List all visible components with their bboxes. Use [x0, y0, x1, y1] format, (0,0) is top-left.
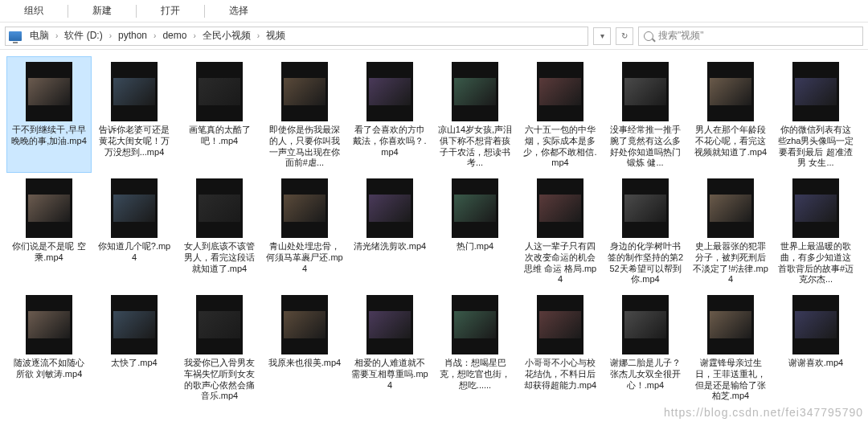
chevron-right-icon: › [191, 31, 197, 40]
file-item[interactable]: 告诉你老婆可还是黄花大闺女呢！万万没想到...mp4 [92, 56, 177, 173]
address-bar: 电脑›软件 (D:)›python›demo›全民小视频›视频 ▾ ↻ 搜索"视… [0, 23, 868, 50]
file-item[interactable]: 热门.mp4 [432, 173, 518, 289]
video-thumbnail [196, 178, 243, 238]
file-name: 你知道几个呢?.mp4 [96, 241, 173, 264]
breadcrumb-segment[interactable]: 视频 [261, 30, 290, 41]
file-item[interactable]: 人这一辈子只有四次改变命运的机会思维 命运 格局.mp4 [518, 173, 603, 289]
file-item[interactable]: 我原来也很美.mp4 [262, 289, 347, 406]
breadcrumb-segment[interactable]: 电脑 [25, 30, 54, 41]
video-thumbnail [281, 62, 328, 121]
file-item[interactable]: 谢谢喜欢.mp4 [773, 289, 858, 406]
refresh-button[interactable]: ↻ [616, 27, 633, 45]
breadcrumb[interactable]: 电脑›软件 (D:)›python›demo›全民小视频›视频 [5, 27, 588, 46]
breadcrumb-segment[interactable]: 全民小视频 [198, 30, 256, 41]
video-thumbnail [792, 295, 839, 354]
file-item[interactable]: 太快了.mp4 [92, 289, 177, 406]
file-name: 你们说是不是呢 空乘.mp4 [10, 241, 88, 264]
file-item[interactable]: 谢霆锋母亲过生日，王菲送重礼，但是还是输给了张柏芝.mp4 [688, 289, 773, 406]
file-name: 热门.mp4 [436, 241, 514, 252]
search-placeholder: 搜索"视频" [658, 29, 704, 43]
breadcrumb-segment[interactable]: python [113, 30, 152, 41]
file-name: 谢谢喜欢.mp4 [777, 358, 854, 369]
chevron-right-icon: › [108, 31, 113, 40]
file-name: 谢娜二胎是儿子？张杰儿女双全很开心！.mp4 [607, 358, 684, 391]
toolbar-organize[interactable]: 组织 [0, 4, 68, 18]
video-thumbnail [366, 62, 413, 121]
video-thumbnail [26, 178, 72, 238]
file-name: 随波逐流不如随心所欲 刘敏涛.mp4 [10, 358, 88, 380]
file-name: 我原来也很美.mp4 [266, 358, 343, 369]
file-item[interactable]: 史上最嚣张的犯罪分子，被判死刑后不淡定了!#法律.mp4 [688, 173, 773, 289]
file-name: 小哥哥不小心与校花结仇，不料日后却获得超能力.mp4 [522, 358, 599, 391]
video-thumbnail [622, 295, 669, 354]
video-thumbnail [281, 178, 328, 238]
breadcrumb-segment[interactable]: 软件 (D:) [59, 30, 107, 41]
video-thumbnail [792, 62, 839, 121]
file-name: 看了会喜欢的方巾戴法，你喜欢吗？.mp4 [351, 125, 428, 158]
file-name: 谢霆锋母亲过生日，王菲送重礼，但是还是输给了张柏芝.mp4 [692, 358, 769, 402]
file-item[interactable]: 青山处处埋忠骨，何须马革裹尸还.mp4 [262, 173, 347, 289]
file-item[interactable]: 没事经常推一推手腕了竟然有这么多好处你知道吗热门 锻炼 健... [603, 56, 688, 173]
video-thumbnail [196, 62, 243, 121]
file-name: 你的微信列表有这些zha男头像吗一定要看到最后 超准渣男 女生... [777, 125, 854, 169]
file-item[interactable]: 相爱的人难道就不需要互相尊重吗.mp4 [347, 289, 432, 406]
file-name: 身边的化学树叶书签的制作坚持的第252天希望可以帮到你.mp4 [607, 241, 684, 285]
file-item[interactable]: 即使你是伤我最深的人，只要你叫我一声立马出现在你面前#虐... [262, 56, 347, 173]
file-name: 六十五一包的中华烟，实际成本是多少，你都不敢相信.mp4 [522, 125, 599, 169]
file-item[interactable]: 肖战：想喝星巴克，想吃官也街，想吃...... [432, 289, 518, 406]
file-item[interactable]: 看了会喜欢的方巾戴法，你喜欢吗？.mp4 [347, 56, 432, 173]
file-name: 我爱你已入骨男友车祸失忆听到女友的歌声心依然会痛音乐.mp4 [181, 358, 258, 402]
video-thumbnail [707, 62, 754, 121]
video-thumbnail [707, 178, 754, 238]
breadcrumb-segment[interactable]: demo [158, 30, 191, 41]
toolbar-new[interactable]: 新建 [68, 4, 136, 18]
video-thumbnail [452, 295, 498, 354]
file-item[interactable]: 小哥哥不小心与校花结仇，不料日后却获得超能力.mp4 [518, 289, 603, 406]
file-item[interactable]: 谢娜二胎是儿子？张杰儿女双全很开心！.mp4 [603, 289, 688, 406]
video-thumbnail [111, 178, 158, 238]
video-thumbnail [281, 295, 328, 354]
file-name: 画笔真的太酷了吧！.mp4 [181, 125, 258, 147]
file-item[interactable]: 清光绪洗剪吹.mp4 [347, 173, 432, 289]
video-thumbnail [622, 178, 669, 238]
toolbar-select[interactable]: 选择 [205, 4, 272, 18]
file-name: 清光绪洗剪吹.mp4 [351, 241, 428, 252]
video-thumbnail [537, 178, 583, 238]
file-item[interactable]: 男人在那个年龄段不花心呢，看完这视频就知道了.mp4 [688, 56, 773, 173]
dropdown-button[interactable]: ▾ [593, 27, 611, 45]
file-item[interactable]: 你知道几个呢?.mp4 [92, 173, 177, 289]
video-thumbnail [26, 62, 72, 121]
video-thumbnail [452, 178, 498, 238]
file-item[interactable]: 我爱你已入骨男友车祸失忆听到女友的歌声心依然会痛音乐.mp4 [177, 289, 262, 406]
video-thumbnail [537, 295, 583, 354]
video-thumbnail [196, 295, 243, 354]
file-name: 干不到继续干,早早晚晚的事,加油.mp4 [10, 125, 88, 147]
file-name: 女人到底该不该管男人，看完这段话就知道了.mp4 [181, 241, 258, 274]
file-item[interactable]: 凉山14岁女孩,声泪俱下称不想背着孩子干农活，想读书考... [432, 56, 518, 173]
video-thumbnail [366, 178, 413, 238]
file-name: 太快了.mp4 [96, 358, 173, 369]
video-thumbnail [452, 62, 498, 121]
pc-icon [9, 31, 22, 41]
search-input[interactable]: 搜索"视频" [638, 27, 863, 46]
file-item[interactable]: 世界上最温暖的歌曲，有多少知道这首歌背后的故事#迈克尔杰... [773, 173, 858, 289]
file-item[interactable]: 画笔真的太酷了吧！.mp4 [177, 56, 262, 173]
file-item[interactable]: 女人到底该不该管男人，看完这段话就知道了.mp4 [177, 173, 262, 289]
file-name: 史上最嚣张的犯罪分子，被判死刑后不淡定了!#法律.mp4 [692, 241, 769, 285]
video-thumbnail [792, 178, 839, 238]
file-item[interactable]: 六十五一包的中华烟，实际成本是多少，你都不敢相信.mp4 [518, 56, 603, 173]
video-thumbnail [111, 295, 158, 354]
file-name: 凉山14岁女孩,声泪俱下称不想背着孩子干农活，想读书考... [436, 125, 514, 169]
file-name: 没事经常推一推手腕了竟然有这么多好处你知道吗热门 锻炼 健... [607, 125, 684, 169]
file-name: 即使你是伤我最深的人，只要你叫我一声立马出现在你面前#虐... [266, 125, 343, 169]
file-name: 人这一辈子只有四次改变命运的机会思维 命运 格局.mp4 [522, 241, 599, 285]
file-item[interactable]: 随波逐流不如随心所欲 刘敏涛.mp4 [6, 289, 92, 406]
file-item[interactable]: 身边的化学树叶书签的制作坚持的第252天希望可以帮到你.mp4 [603, 173, 688, 289]
file-name: 肖战：想喝星巴克，想吃官也街，想吃...... [436, 358, 514, 391]
video-thumbnail [707, 295, 754, 354]
toolbar-open[interactable]: 打开 [137, 4, 204, 18]
video-thumbnail [26, 295, 72, 354]
file-item[interactable]: 干不到继续干,早早晚晚的事,加油.mp4 [6, 56, 92, 173]
file-item[interactable]: 你们说是不是呢 空乘.mp4 [6, 173, 92, 289]
file-item[interactable]: 你的微信列表有这些zha男头像吗一定要看到最后 超准渣男 女生... [773, 56, 858, 173]
